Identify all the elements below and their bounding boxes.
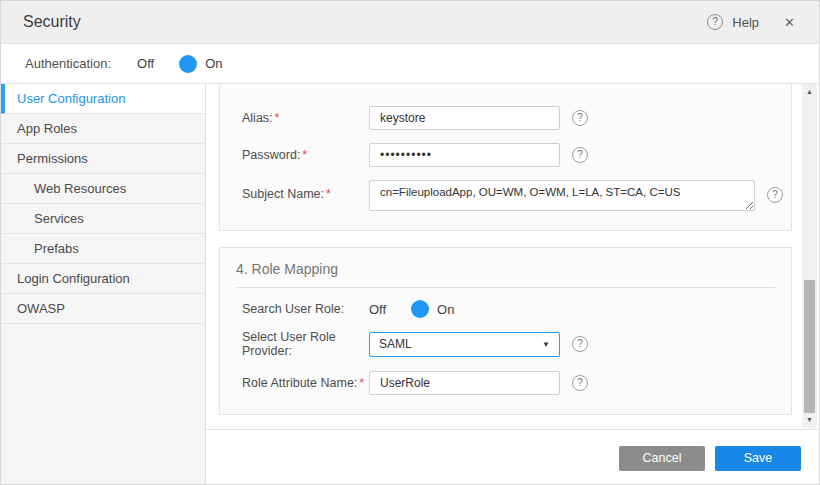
scroll-up-icon[interactable]: ▲ [802,86,817,98]
help-link[interactable]: Help [732,15,759,30]
alias-label: Alias:* [242,111,369,125]
role-attribute-row: Role Attribute Name:* ? [220,371,791,395]
search-role-off-label: Off [369,302,386,317]
password-help-icon[interactable]: ? [572,147,588,163]
main-panel: Alias:* ? Password:* ? [206,84,819,485]
authentication-toggle[interactable] [164,56,195,72]
sidebar-item-login-configuration[interactable]: Login Configuration [1,264,205,294]
role-provider-label: Select User Role Provider: [242,330,369,358]
password-label: Password:* [242,148,369,162]
security-dialog: Security ? Help ✕ Authentication: Off On… [0,0,820,485]
page-title: Security [23,13,81,31]
search-user-role-row: Search User Role: Off On [220,301,791,317]
role-provider-selected-value: SAML [379,337,412,351]
cancel-button[interactable]: Cancel [619,446,705,471]
role-mapping-panel: 4. Role Mapping Search User Role: Off [219,247,792,415]
footer-actions: Cancel Save [411,431,819,485]
section-divider [236,287,775,288]
role-provider-row: Select User Role Provider: SAML ▼ ? [220,330,791,358]
authentication-row: Authentication: Off On [1,44,819,84]
subject-name-field-row: Subject Name:* cn=FileuploadApp, OU=WM, … [220,180,791,211]
sidebar-item-app-roles[interactable]: App Roles [1,114,205,144]
titlebar: Security ? Help ✕ [1,1,819,44]
required-asterisk: * [326,187,331,201]
search-user-role-toggle[interactable] [396,301,427,317]
close-icon[interactable]: ✕ [782,13,797,32]
sidebar-item-services[interactable]: Services [1,204,205,234]
sidebar-item-prefabs[interactable]: Prefabs [1,234,205,264]
alias-help-icon[interactable]: ? [572,110,588,126]
required-asterisk: * [275,111,280,125]
role-attribute-label: Role Attribute Name:* [242,376,369,390]
role-provider-help-icon[interactable]: ? [572,336,588,352]
role-provider-select[interactable]: SAML ▼ [369,332,560,357]
alias-input[interactable] [369,106,560,130]
search-role-on-label: On [437,302,454,317]
subject-name-textarea[interactable]: cn=FileuploadApp, OU=WM, O=WM, L=LA, ST=… [369,180,755,211]
password-input[interactable] [369,143,560,167]
toggle-knob [179,55,197,73]
certificate-panel: Alias:* ? Password:* ? [219,84,792,231]
sidebar-item-web-resources[interactable]: Web Resources [1,174,205,204]
required-asterisk: * [302,148,307,162]
save-button[interactable]: Save [715,446,801,471]
role-mapping-title: 4. Role Mapping [220,248,791,277]
toggle-knob [411,300,429,318]
sidebar-item-user-configuration[interactable]: User Configuration [1,84,205,114]
dropdown-arrow-icon: ▼ [542,340,550,349]
alias-field-row: Alias:* ? [220,106,791,130]
authentication-label: Authentication: [25,56,111,71]
subject-name-help-icon[interactable]: ? [767,187,783,203]
sidebar-item-permissions[interactable]: Permissions [1,144,205,174]
auth-off-label: Off [137,56,154,71]
auth-on-label: On [205,56,222,71]
sidebar-item-owasp[interactable]: OWASP [1,294,205,324]
role-attribute-input[interactable] [369,371,560,395]
scrollbar-thumb[interactable] [804,280,815,413]
subject-name-label: Subject Name:* [242,180,369,201]
vertical-scrollbar[interactable]: ▲ ▼ [802,84,817,428]
required-asterisk: * [359,376,364,390]
role-attribute-help-icon[interactable]: ? [572,375,588,391]
help-icon[interactable]: ? [707,14,723,30]
scroll-down-icon[interactable]: ▼ [802,414,817,426]
search-user-role-label: Search User Role: [242,302,369,316]
sidebar-nav: User ConfigurationApp RolesPermissionsWe… [1,84,206,485]
form-scroll-area: Alias:* ? Password:* ? [206,84,819,430]
password-field-row: Password:* ? [220,143,791,167]
